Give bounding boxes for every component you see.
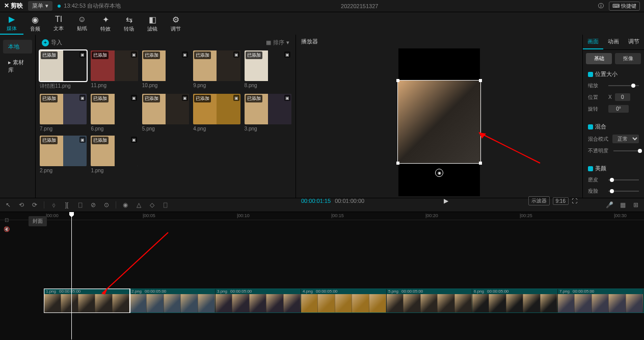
timeline-tool[interactable]: △ — [135, 201, 143, 209]
timeline-tool[interactable]: ⊙ — [102, 201, 111, 209]
preview-canvas[interactable]: ◉ — [296, 48, 582, 196]
thin-slider[interactable] — [608, 191, 639, 192]
inspector-tab[interactable]: 动画 — [603, 35, 624, 49]
resize-handle[interactable] — [396, 162, 399, 165]
thumb-label: 9.png — [193, 83, 240, 88]
blendmode-select[interactable]: 正常 — [612, 135, 639, 143]
pivot-icon[interactable]: ◉ — [435, 169, 443, 177]
tool-label: 特效 — [100, 25, 111, 33]
smooth-slider[interactable] — [608, 179, 639, 180]
tool-特效[interactable]: ✦特效 — [94, 12, 117, 35]
track-icons: ⊡ 🔇 — [3, 216, 10, 232]
timeline-tool[interactable]: ⎕ — [76, 201, 84, 209]
clip-name: 5.png — [388, 289, 398, 294]
tool-label: 音频 — [30, 25, 40, 33]
thumb-label: 5.png — [142, 126, 189, 132]
timeline-tool[interactable]: ⊘ — [89, 201, 97, 209]
fullscreen-icon[interactable]: ⛶ — [572, 198, 577, 204]
opacity-slider[interactable] — [613, 150, 639, 151]
playhead[interactable] — [71, 212, 72, 339]
media-thumb[interactable]: 已添加 ▣ 1.png — [91, 136, 138, 173]
tool-音频[interactable]: ◉音频 — [23, 12, 47, 35]
transform-frame[interactable] — [397, 80, 481, 164]
media-thumb[interactable]: 已添加 ▣ 5.png — [142, 94, 189, 132]
inspector-tab[interactable]: 调节 — [624, 35, 644, 49]
media-thumb[interactable]: 已添加 ▣ 10.png — [142, 50, 189, 90]
timeline-tool[interactable]: ↖ — [4, 201, 12, 209]
media-thumb[interactable]: 已添加 ▣ 2.png — [40, 136, 87, 173]
timeline[interactable]: |00:00|00:05|00:10|00:15|00:20|00:25|00:… — [0, 212, 644, 339]
check-icon[interactable] — [588, 72, 593, 77]
scope-button[interactable]: 示波器 — [528, 196, 550, 205]
media-thumb[interactable]: 已添加 ▣ 8.png — [245, 50, 291, 90]
position-x-input[interactable] — [615, 93, 630, 101]
media-thumb[interactable]: 已添加 ▣ 详情图11.png — [40, 50, 87, 90]
tool-媒体[interactable]: ▶媒体 — [0, 12, 23, 35]
clip-name: 1.png — [46, 289, 56, 294]
timeline-clip[interactable]: 3.png00:00:05:00 — [216, 289, 301, 312]
plus-icon: + — [42, 39, 49, 46]
sidebar-item[interactable]: ▸ 素材库 — [3, 56, 32, 77]
timeline-clip[interactable]: 5.png00:00:05:00 — [387, 289, 472, 312]
timeline-tool[interactable]: ◉ — [121, 201, 129, 209]
resize-handle[interactable] — [479, 79, 482, 82]
added-badge: 已添加 — [143, 51, 160, 59]
check-icon[interactable] — [588, 166, 593, 171]
timeline-tool[interactable]: 🎤 — [605, 201, 613, 209]
tool-转场[interactable]: ⇆转场 — [117, 12, 141, 35]
check-icon[interactable] — [588, 124, 593, 129]
help-icon[interactable]: ⓘ — [598, 2, 604, 10]
media-thumb[interactable]: 已添加 ▣ 4.png — [193, 94, 240, 132]
tool-文本[interactable]: TI文本 — [47, 12, 70, 35]
sidebar-item[interactable]: 本地 — [3, 40, 32, 54]
import-button[interactable]: + 导入 — [42, 39, 62, 46]
added-badge: 已添加 — [194, 51, 211, 59]
sort-button[interactable]: ▦ 排序 ▾ — [266, 39, 289, 46]
thin-label: 瘦脸 — [588, 188, 605, 195]
timeline-tool[interactable]: ⟲ — [17, 201, 25, 209]
media-thumb[interactable]: 已添加 ▣ 3.png — [245, 94, 291, 132]
shortcut-button[interactable]: ⌨ 快捷键 — [609, 2, 640, 11]
tool-滤镜[interactable]: ◧滤镜 — [141, 12, 164, 35]
timeline-clip[interactable]: 7.png00:00:05:00 — [558, 289, 643, 312]
rotation-input[interactable] — [608, 105, 629, 113]
menu-button[interactable]: 菜单▾ — [28, 1, 52, 11]
timeline-tool[interactable]: ▦ — [619, 201, 627, 209]
inspector-subtab[interactable]: 抠像 — [615, 53, 641, 64]
tool-贴纸[interactable]: ☺贴纸 — [70, 12, 94, 35]
image-icon: ▣ — [131, 51, 137, 58]
timeline-tool[interactable]: ◇ — [148, 201, 156, 209]
section-beauty: 美颜 — [588, 165, 639, 172]
mute-icon[interactable]: 🔇 — [3, 225, 10, 232]
media-thumb[interactable]: 已添加 ▣ 7.png — [40, 94, 87, 132]
timeline-clip[interactable]: 4.png00:00:05:00 — [301, 289, 387, 312]
media-thumb[interactable]: 已添加 ▣ 11.png — [91, 50, 138, 90]
timeline-clip[interactable]: 6.png00:00:05:00 — [472, 289, 558, 312]
timeline-tool[interactable]: ⊞ — [632, 201, 640, 209]
timeline-tool[interactable]: ][ — [63, 201, 71, 209]
cover-button[interactable]: 封面 — [29, 216, 47, 226]
ratio-button[interactable]: 9:16 — [553, 197, 569, 205]
added-badge: 已添加 — [41, 137, 58, 144]
inspector-tab[interactable]: 画面 — [583, 35, 603, 49]
time-ruler[interactable]: |00:00|00:05|00:10|00:15|00:20|00:25|00:… — [0, 212, 644, 220]
timeline-clip[interactable]: 1.png00:00:05:00 — [44, 289, 130, 312]
timeline-tool[interactable]: ⎕ — [161, 201, 169, 209]
timeline-tool[interactable]: ⎀ — [49, 201, 58, 209]
clips-track[interactable]: 1.png00:00:05:002.png00:00:05:003.png00:… — [44, 289, 644, 313]
media-thumb[interactable]: 已添加 ▣ 6.png — [91, 94, 138, 132]
thumb-label: 11.png — [91, 83, 138, 88]
tool-icon: ▶ — [9, 14, 15, 24]
thumb-label: 6.png — [91, 126, 138, 132]
tool-调节[interactable]: ⚙调节 — [164, 12, 187, 35]
left-sidebar: 本地▸ 素材库 — [0, 35, 36, 198]
media-panel: + 导入 ▦ 排序 ▾ 已添加 ▣ 详情图11.png 已添加 ▣ 11.png… — [36, 35, 296, 198]
inspector-subtab[interactable]: 基础 — [586, 53, 612, 64]
scale-slider[interactable] — [608, 85, 639, 86]
play-button[interactable]: ▶ — [368, 197, 524, 204]
timeline-tool[interactable]: ⟳ — [31, 201, 39, 209]
timeline-clip[interactable]: 2.png00:00:05:00 — [130, 289, 216, 312]
lock-icon[interactable]: ⊡ — [3, 216, 10, 223]
media-thumb[interactable]: 已添加 ▣ 9.png — [193, 50, 240, 90]
clip-duration: 00:00:05:00 — [487, 289, 508, 294]
